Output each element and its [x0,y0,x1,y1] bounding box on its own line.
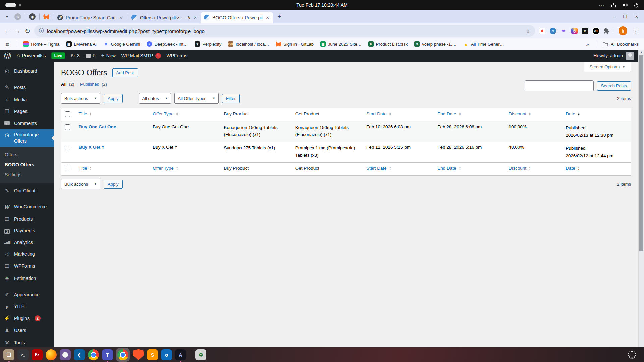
bookmarks-overflow-icon[interactable]: » [586,41,589,47]
column-header-title[interactable]: Title▲▼ [75,108,150,121]
column-header-title[interactable]: Title▲▼ [75,163,150,176]
bookmark-item[interactable]: XProduct List.xlsx [368,41,408,47]
filter-button[interactable]: Filter [222,94,240,103]
bookmark-item[interactable]: ▦June 2025 Site… [320,41,362,47]
offer-title-link[interactable]: Buy X Get Y [79,145,105,150]
forward-icon[interactable]: → [14,27,21,35]
browser-tab[interactable]: Offers ‹ Powerpillss — W × [128,12,201,23]
dates-filter-select[interactable]: All dates▼ [139,93,171,104]
view-published-link[interactable]: Published [80,82,99,87]
sidebar-item-plugins[interactable]: ⚡Plugins2 [0,312,54,324]
scrollbar-thumb[interactable] [639,55,643,251]
pinned-tab-gitlab-icon[interactable] [43,14,49,19]
admin-avatar[interactable] [626,52,634,60]
row-checkbox[interactable] [61,121,75,142]
sidebar-item-tools[interactable]: ⚒Tools [0,337,54,349]
updates-menu[interactable]: ↻3 [71,53,80,59]
wordpress-logo-icon[interactable]: Ⓦ [4,52,11,59]
column-header-end-date[interactable]: End Date▲▼ [434,108,505,121]
column-header-date[interactable]: Date▲▼ [562,163,631,176]
fi-extension-icon[interactable]: FI [550,28,556,34]
bookmark-item[interactable]: Home – Figma [23,41,59,47]
camera-extension-icon[interactable]: ◎ [571,28,578,34]
minimize-icon[interactable]: – [612,14,615,19]
volume-icon[interactable] [623,3,628,7]
power-icon[interactable] [634,3,639,8]
bookmark-star-icon[interactable]: ☆ [526,28,530,34]
new-content-menu[interactable]: +New [101,53,116,59]
system-clock[interactable]: Tue Feb 17 10:20:44 AM [296,2,348,8]
submenu-item-settings[interactable]: Settings [0,170,54,180]
bookmark-item[interactable]: PMAlocalhost / loca… [228,41,269,47]
bulk-actions-select[interactable]: Bulk actions▼ [61,93,100,104]
sidebar-item-comments[interactable]: Comments [0,117,54,129]
close-icon[interactable]: × [635,14,638,19]
browser-menu-icon[interactable]: ⋮ [632,27,640,35]
wp-mail-smtp-menu[interactable]: WP Mail SMTP! [121,53,161,59]
column-header-discount[interactable]: Discount▲▼ [505,108,562,121]
bookmark-item[interactable]: xvcerp phase -1…. [414,41,457,47]
sidebar-item-products[interactable]: ▤Products [0,213,54,225]
address-bar[interactable]: ⓘ localhost/power-pillss/wp-admin/edit.p… [34,25,535,37]
all-bookmarks-button[interactable]: All Bookmarks [603,42,639,47]
search-posts-button[interactable]: Search Posts [597,81,631,90]
sidebar-item-appearance[interactable]: ✐Appearance [0,289,54,301]
f-question-extension-icon[interactable]: f? [582,28,588,34]
terminal-icon[interactable]: >_ [17,349,29,360]
offer-types-filter-select[interactable]: All Offer Types▼ [174,93,219,104]
tray-overflow-icon[interactable]: ··· [599,2,605,8]
ch-extension-icon[interactable]: CH [593,28,599,34]
sidebar-item-yith[interactable]: yYITH [0,301,54,312]
chromium-icon[interactable] [88,349,99,360]
tab-close-icon[interactable]: × [265,15,270,20]
apps-grid-icon[interactable]: ▦ [5,42,9,47]
bookmark-item[interactable]: Sign in · GitLab [276,41,314,47]
site-name-menu[interactable]: ⌂Powerpillss [17,53,46,59]
column-header-start-date[interactable]: Start Date▲▼ [363,163,434,176]
sidebar-item-our-client[interactable]: ✎Our Client [0,185,54,197]
new-tab-button[interactable]: + [275,12,284,21]
sidebar-item-media[interactable]: ♫Media [0,94,54,105]
back-icon[interactable]: ← [4,27,10,35]
teams-linux-icon[interactable]: T [102,349,113,360]
view-all-link[interactable]: All [61,82,67,87]
window-list-pill[interactable] [5,3,16,7]
restore-icon[interactable]: ❐ [623,14,627,19]
brave-icon[interactable] [133,349,144,360]
pinned-tab-globe-icon[interactable]: ⊕ [14,13,21,20]
sidebar-item-wpforms[interactable]: ▤WPForms [0,260,54,272]
sidebar-item-woocommerce[interactable]: WWooCommerce [0,201,54,213]
site-info-icon[interactable]: ⓘ [39,28,44,34]
sidebar-item-dashboard[interactable]: ◴Dashboard [0,65,54,77]
comments-menu[interactable]: 0 [86,53,96,58]
reload-icon[interactable]: ↻ [25,27,30,35]
sidebar-item-posts[interactable]: ✎Posts [0,81,54,94]
bulk-actions-select[interactable]: Bulk actions▼ [61,179,100,189]
sidebar-item-pages[interactable]: ❐Pages [0,105,54,117]
url-text[interactable]: localhost/power-pillss/wp-admin/edit.php… [47,28,205,34]
app-a-icon[interactable]: A [175,349,186,360]
bookmark-item[interactable]: ✳Perplexity [195,41,221,47]
tab-search-chevron-icon[interactable]: ▾ [3,12,11,21]
sidebar-item-estimation[interactable]: ◈Estimation [0,272,54,284]
outlook-icon[interactable]: o [161,349,172,360]
submenu-item-offers[interactable]: Offers [0,149,54,160]
filezilla-icon[interactable]: Fz [32,349,43,360]
profile-avatar[interactable]: h [619,26,627,35]
column-header-discount[interactable]: Discount▲▼ [505,163,562,176]
apply-button[interactable]: Apply [104,94,123,103]
howdy-menu[interactable]: Howdy, admin [593,53,623,58]
sidebar-item-analytics[interactable]: ▂▅▇Analytics [0,237,54,248]
bookmark-item[interactable]: ≈DeepSeek - Int… [147,41,188,47]
chrome-active-icon[interactable] [116,348,130,362]
sidebar-item-promoforge-offers[interactable]: ◷Promoforge Offers [0,129,54,147]
workspaces-icon[interactable] [628,351,636,359]
photos-extension-icon[interactable]: ❖ [539,28,545,34]
browser-tab[interactable]: W PromoForge Smart Camp × [54,12,126,23]
trash-icon[interactable]: ♻ [195,349,206,360]
select-all-checkbox[interactable] [61,108,75,121]
page-scrollbar[interactable]: ▲ [638,50,644,347]
github-icon[interactable] [60,349,71,360]
sidebar-item-users[interactable]: ♟Users [0,324,54,337]
screen-options-button[interactable]: Screen Options▼ [584,62,631,72]
